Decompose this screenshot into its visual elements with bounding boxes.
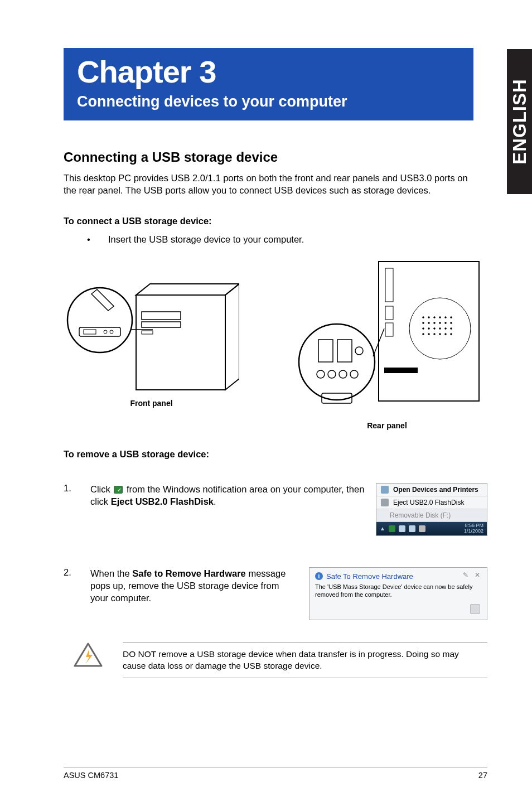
svg-point-42 <box>299 324 375 400</box>
svg-marker-2 <box>225 284 239 390</box>
svg-rect-13 <box>385 268 393 302</box>
svg-point-21 <box>445 316 447 318</box>
balloon-close-icon: ✎ ✕ <box>463 571 482 579</box>
svg-point-33 <box>445 327 447 329</box>
remove-heading: To remove a USB storage device: <box>64 449 487 460</box>
svg-point-37 <box>434 333 436 335</box>
warning-lightning-icon <box>74 642 103 667</box>
svg-rect-4 <box>142 322 181 327</box>
front-panel-caption: Front panel <box>64 399 239 408</box>
connect-bullet-row: • Insert the USB storage device to your … <box>64 234 487 245</box>
info-icon: i <box>315 572 323 580</box>
tray-chevron-icon <box>470 604 480 614</box>
svg-point-31 <box>434 327 436 329</box>
disk-icon <box>381 499 389 506</box>
page-footer: ASUS CM6731 27 <box>64 767 487 780</box>
front-panel-col: Front panel <box>64 256 239 430</box>
step-1-number: 1. <box>64 483 90 508</box>
svg-point-29 <box>423 327 424 329</box>
safe-remove-footer <box>315 604 481 615</box>
tray-network-icon <box>419 525 425 532</box>
eject-menu-eject-item: Eject USB2.0 FlashDisk <box>376 496 487 509</box>
intro-paragraph: This desktop PC provides USB 2.0/1.1 por… <box>64 172 471 197</box>
svg-point-39 <box>445 333 447 335</box>
svg-point-19 <box>434 316 436 318</box>
svg-point-36 <box>428 333 430 335</box>
svg-point-34 <box>451 327 452 329</box>
rear-panel-caption: Rear panel <box>292 421 482 430</box>
eject-menu-removable-disk: Removable Disk (F:) <box>376 509 487 522</box>
svg-point-22 <box>451 316 452 318</box>
tray-volume-icon <box>399 525 405 532</box>
chapter-header-box: Chapter 3 Connecting devices to your com… <box>64 48 473 120</box>
document-page: ENGLISH Chapter 3 Connecting devices to … <box>0 0 532 802</box>
footer-page-number: 27 <box>478 771 487 780</box>
svg-point-23 <box>423 322 424 323</box>
eject-menu-open-devices: Open Devices and Printers <box>376 484 487 496</box>
eject-menu-screenshot: Open Devices and Printers Eject USB2.0 F… <box>376 483 487 536</box>
tray-icons: ▲ <box>380 525 425 532</box>
svg-point-25 <box>434 322 436 323</box>
safely-remove-tray-icon <box>114 486 123 494</box>
svg-point-6 <box>67 288 132 352</box>
svg-rect-15 <box>385 323 393 336</box>
svg-rect-41 <box>384 368 418 373</box>
language-tab: ENGLISH <box>507 49 532 194</box>
safe-remove-body: The 'USB Mass Storage Device' device can… <box>315 583 481 599</box>
bullet-dot: • <box>87 234 94 245</box>
svg-point-38 <box>439 333 441 335</box>
chapter-title: Chapter 3 <box>77 54 460 90</box>
svg-point-20 <box>439 316 441 318</box>
step-2-row: 2. When the Safe to Remove Hardware mess… <box>64 567 487 621</box>
safe-remove-screenshot: ✎ ✕ i Safe To Remove Hardware The 'USB M… <box>309 567 487 621</box>
svg-point-17 <box>423 316 424 318</box>
svg-point-26 <box>439 322 441 323</box>
svg-point-30 <box>428 327 430 329</box>
front-panel-diagram <box>64 256 239 395</box>
rear-panel-diagram <box>295 256 485 418</box>
language-tab-label: ENGLISH <box>509 79 530 165</box>
svg-rect-14 <box>385 306 393 320</box>
printer-icon <box>381 486 389 494</box>
svg-point-18 <box>428 316 430 318</box>
connect-bullet-text: Insert the USB storage device to your co… <box>108 234 304 245</box>
connect-heading: To connect a USB storage device: <box>64 216 487 226</box>
warning-text: DO NOT remove a USB storage device when … <box>123 649 484 672</box>
safe-remove-title: Safe To Remove Hardware <box>326 572 413 581</box>
section-heading: Connecting a USB storage device <box>64 149 487 165</box>
rear-panel-col: Rear panel <box>292 256 487 430</box>
step-1-text: Click from the Windows notification area… <box>90 483 365 508</box>
safe-remove-title-row: i Safe To Remove Hardware <box>315 572 481 581</box>
svg-point-35 <box>423 333 424 335</box>
svg-marker-53 <box>86 649 93 664</box>
warning-note: DO NOT remove a USB storage device when … <box>64 636 487 678</box>
step-2-number: 2. <box>64 567 90 605</box>
chapter-subtitle: Connecting devices to your computer <box>77 93 460 110</box>
svg-point-28 <box>451 322 452 323</box>
svg-rect-12 <box>379 262 479 401</box>
svg-rect-0 <box>136 295 225 390</box>
svg-point-27 <box>445 322 447 323</box>
step-1-row: 1. Click from the Windows notification a… <box>64 483 487 536</box>
footer-product: ASUS CM6731 <box>64 771 118 780</box>
svg-point-40 <box>451 333 452 335</box>
panel-images-row: Front panel <box>64 256 487 430</box>
taskbar-screenshot: ▲ 8:56 PM 1/1/2002 <box>376 522 487 535</box>
svg-rect-5 <box>142 331 153 334</box>
svg-point-32 <box>439 327 441 329</box>
svg-rect-3 <box>142 312 181 320</box>
step-2-text: When the Safe to Remove Hardware message… <box>90 567 298 605</box>
tray-eject-icon <box>389 525 395 532</box>
tray-flag-icon <box>409 525 415 532</box>
svg-point-24 <box>428 322 430 323</box>
taskbar-clock: 8:56 PM 1/1/2002 <box>464 523 483 534</box>
svg-marker-1 <box>136 284 239 295</box>
